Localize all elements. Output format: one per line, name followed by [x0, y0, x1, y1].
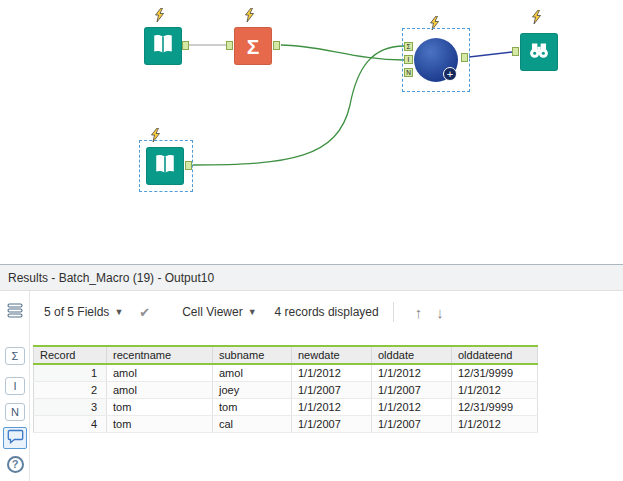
workflow-canvas[interactable]: Σ Σ I N +: [0, 0, 623, 264]
results-panel-title: Results - Batch_Macro (19) - Output10: [0, 264, 623, 291]
results-table-body: 1amolamol1/1/20121/1/201212/31/99992amol…: [34, 364, 538, 432]
data-cell: 1/1/2007: [292, 415, 372, 432]
data-cell: tom: [107, 415, 213, 432]
output-anchor[interactable]: [461, 53, 468, 62]
scroll-down-button[interactable]: ↓: [436, 304, 444, 321]
input-data-tool[interactable]: [144, 27, 182, 65]
column-header-record[interactable]: Record: [34, 346, 107, 364]
data-cell: 1/1/2007: [372, 415, 452, 432]
input-anchor[interactable]: [512, 47, 519, 56]
results-table-head-row: Recordrecentnamesubnamenewdateolddateold…: [34, 346, 538, 364]
input-anchor[interactable]: [226, 41, 233, 50]
binoculars-icon: [526, 37, 552, 67]
wire-input2-to-macro[interactable]: [193, 46, 404, 165]
record-number-cell: 2: [34, 381, 107, 398]
record-number-cell: 1: [34, 364, 107, 381]
record-number-cell: 3: [34, 398, 107, 415]
wire-macro-to-browse[interactable]: [469, 52, 512, 57]
table-row[interactable]: 1amolamol1/1/20121/1/201212/31/9999: [34, 364, 538, 381]
fields-dropdown-label: 5 of 5 Fields: [44, 305, 109, 319]
anchor-button-n[interactable]: N: [3, 401, 27, 423]
output-anchor[interactable]: [185, 161, 192, 170]
data-cell: 12/31/9999: [452, 364, 538, 381]
data-cell: 12/31/9999: [452, 398, 538, 415]
results-table: Recordrecentnamesubnamenewdateolddateold…: [33, 345, 538, 433]
toolbar-separator: [393, 302, 394, 322]
table-row[interactable]: 2amoljoey1/1/20071/1/20071/1/2012: [34, 381, 538, 398]
chevron-down-icon: ▼: [114, 307, 123, 317]
book-icon: [151, 150, 179, 182]
data-cell: 1/1/2007: [372, 381, 452, 398]
chevron-down-icon: ▼: [248, 307, 257, 317]
data-cell: 1/1/2012: [372, 398, 452, 415]
record-number-cell: 4: [34, 415, 107, 432]
data-cell: 1/1/2012: [292, 398, 372, 415]
data-cell: joey: [213, 381, 292, 398]
results-panel: Results - Batch_Macro (19) - Output10 Σ: [0, 264, 623, 481]
data-cell: cal: [213, 415, 292, 432]
data-cell: 1/1/2012: [452, 415, 538, 432]
lightning-indicator-icon: [530, 10, 543, 24]
lightning-indicator-icon: [243, 8, 256, 22]
cell-viewer-dropdown[interactable]: Cell Viewer ▼: [182, 305, 256, 319]
input-data-tool[interactable]: [146, 147, 184, 185]
column-header-newdate[interactable]: newdate: [292, 346, 372, 364]
summarize-tool[interactable]: Σ: [234, 27, 272, 65]
wire-summarize-to-macro[interactable]: [281, 45, 404, 60]
data-cell: 1/1/2007: [292, 381, 372, 398]
anchor-button-i[interactable]: I: [3, 375, 27, 397]
data-cell: 1/1/2012: [292, 364, 372, 381]
data-cell: 1/1/2012: [372, 364, 452, 381]
macro-input-anchor[interactable]: I: [404, 55, 413, 64]
sigma-icon: Σ: [247, 36, 260, 57]
alteryx-window: Σ Σ I N +: [0, 0, 623, 481]
column-header-recentname[interactable]: recentname: [107, 346, 213, 364]
help-button[interactable]: ?: [3, 453, 27, 475]
cell-viewer-label: Cell Viewer: [182, 305, 242, 319]
data-view-button[interactable]: [3, 301, 27, 323]
column-header-subname[interactable]: subname: [213, 346, 292, 364]
output-anchor-button[interactable]: [3, 427, 27, 449]
browse-tool[interactable]: [520, 33, 558, 71]
macro-plus-badge-icon: +: [443, 67, 457, 81]
results-main-area: 5 of 5 Fields ▼ ✔ Cell Viewer ▼ 4 record…: [30, 291, 623, 481]
lightning-indicator-icon: [153, 8, 166, 22]
macro-input-anchor[interactable]: Σ: [404, 42, 413, 51]
help-icon: ?: [7, 456, 24, 473]
data-cell: amol: [213, 364, 292, 381]
data-cell: tom: [107, 398, 213, 415]
results-table-container: Recordrecentnamesubnamenewdateolddateold…: [33, 345, 538, 433]
macro-input-anchor[interactable]: N: [404, 68, 413, 77]
anchor-button-sigma[interactable]: Σ: [3, 345, 27, 367]
results-anchor-strip: Σ I N ?: [0, 291, 30, 481]
data-cell: tom: [213, 398, 292, 415]
n-anchor-icon: N: [5, 403, 25, 421]
data-cell: 1/1/2012: [452, 381, 538, 398]
data-cell: amol: [107, 364, 213, 381]
speech-bubble-icon: [7, 429, 24, 447]
output-anchor[interactable]: [182, 41, 189, 50]
apply-check-icon[interactable]: ✔: [139, 305, 150, 320]
rows-icon: [7, 303, 23, 321]
column-header-olddateend[interactable]: olddateend: [452, 346, 538, 364]
output-anchor[interactable]: [273, 41, 280, 50]
table-row[interactable]: 3tomtom1/1/20121/1/201212/31/9999: [34, 398, 538, 415]
table-row[interactable]: 4tomcal1/1/20071/1/20071/1/2012: [34, 415, 538, 432]
scroll-up-button[interactable]: ↑: [415, 304, 423, 321]
records-displayed-label: 4 records displayed: [275, 305, 379, 319]
data-cell: amol: [107, 381, 213, 398]
column-header-olddate[interactable]: olddate: [372, 346, 452, 364]
sigma-anchor-icon: Σ: [5, 347, 25, 365]
i-anchor-icon: I: [5, 377, 25, 395]
book-icon: [149, 30, 177, 62]
fields-dropdown[interactable]: 5 of 5 Fields ▼: [44, 305, 123, 319]
results-toolbar: 5 of 5 Fields ▼ ✔ Cell Viewer ▼ 4 record…: [44, 299, 623, 325]
